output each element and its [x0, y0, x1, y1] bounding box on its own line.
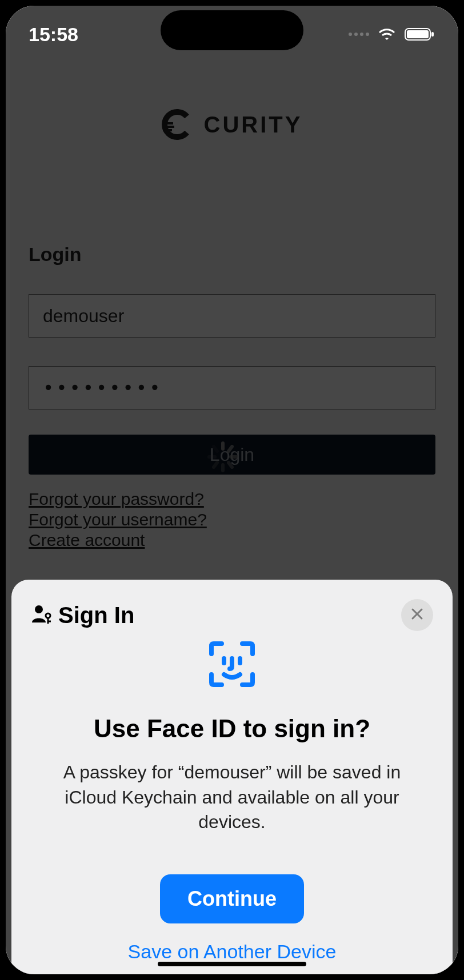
save-another-device-link[interactable]: Save on Another Device [31, 941, 433, 963]
cellular-icon [349, 33, 369, 36]
svg-point-15 [46, 613, 50, 618]
status-right [349, 27, 435, 42]
phone-frame: CURITY Login Login Forgot your password?… [0, 0, 464, 980]
dynamic-island [161, 10, 303, 50]
screen: CURITY Login Login Forgot your password?… [6, 6, 458, 974]
faceid-icon [31, 637, 433, 692]
home-indicator[interactable] [158, 962, 306, 966]
status-time: 15:58 [29, 23, 78, 46]
sheet-title: Sign In [58, 603, 134, 628]
sheet-body-text: A passkey for “demouser” will be saved i… [31, 760, 433, 834]
close-icon [410, 605, 424, 625]
wifi-icon [377, 27, 397, 42]
sheet-header: Sign In [31, 599, 433, 631]
continue-button[interactable]: Continue [160, 874, 304, 923]
sheet-heading: Use Face ID to sign in? [31, 714, 433, 743]
sheet-title-wrap: Sign In [31, 603, 134, 628]
signin-sheet: Sign In [11, 580, 453, 974]
svg-rect-13 [431, 32, 434, 37]
person-key-icon [31, 603, 53, 627]
svg-rect-12 [407, 30, 429, 38]
battery-icon [405, 27, 435, 42]
close-button[interactable] [401, 599, 433, 631]
svg-point-14 [35, 605, 43, 613]
